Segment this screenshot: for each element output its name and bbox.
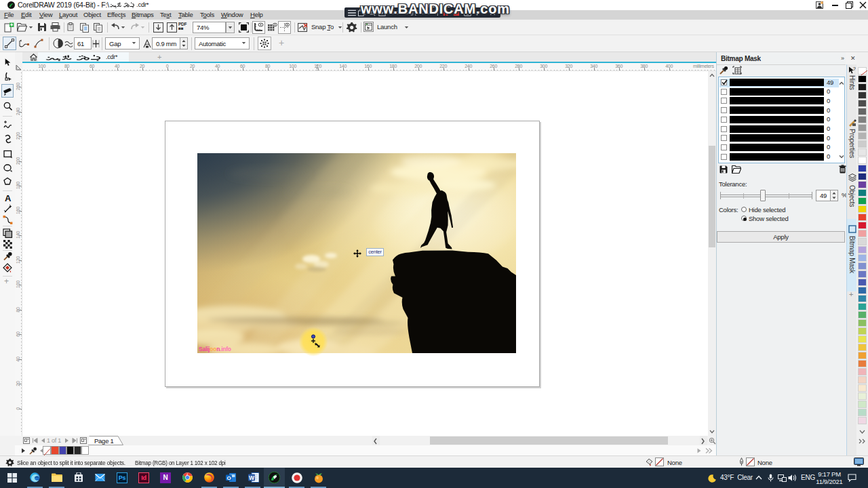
svg-text:O: O	[227, 475, 231, 481]
svg-text:A: A	[5, 193, 12, 203]
svg-text:?: ?	[853, 66, 856, 71]
svg-text:W: W	[249, 474, 255, 481]
svg-text:Salijoon.info: Salijoon.info	[199, 346, 231, 352]
